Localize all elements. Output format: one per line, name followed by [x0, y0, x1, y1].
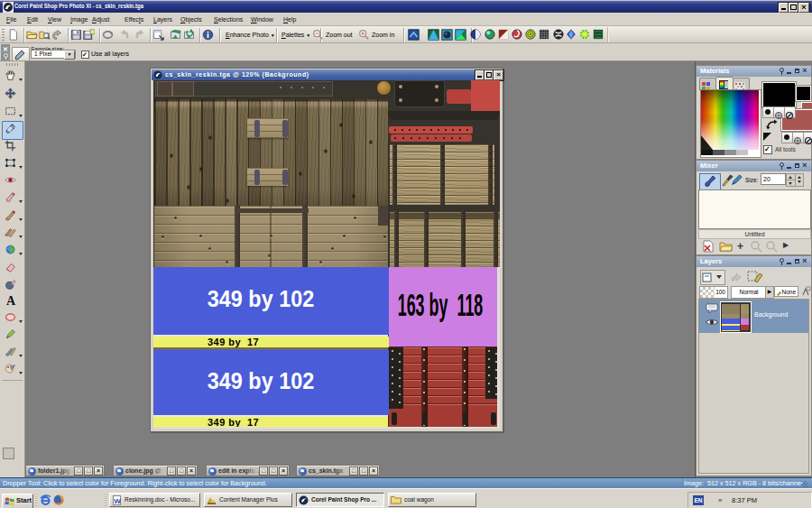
svg-text:W: W [114, 497, 121, 505]
